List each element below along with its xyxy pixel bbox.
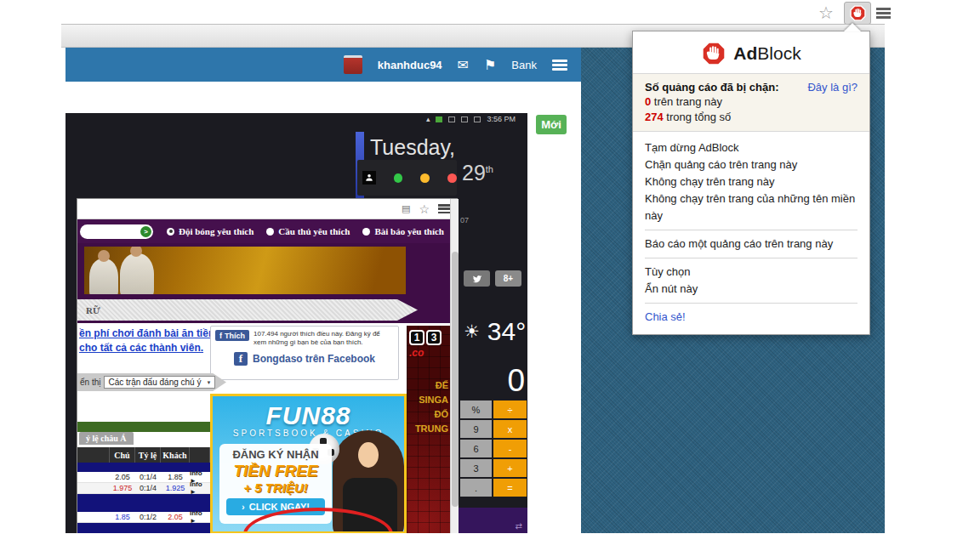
date-weekday: Tuesday, bbox=[370, 135, 455, 160]
green-dot[interactable] bbox=[394, 173, 403, 183]
calc-key-minus[interactable]: - bbox=[493, 440, 527, 457]
scrollbar[interactable] bbox=[450, 199, 459, 533]
gplus-share-button[interactable]: 8+ bbox=[495, 270, 521, 287]
info-link[interactable]: info ► bbox=[190, 483, 210, 493]
nav-bank[interactable]: Bank bbox=[511, 59, 537, 71]
radio-off-icon bbox=[266, 228, 274, 236]
system-tray: ▴ 3:56 PM bbox=[426, 115, 516, 123]
radio-favorite-article[interactable]: Bài báo yêu thích bbox=[362, 226, 444, 236]
calc-key-percent[interactable]: % bbox=[460, 400, 492, 418]
translate-icon[interactable]: ▤ bbox=[402, 203, 410, 214]
stats-total-count: 274 trong tổng số bbox=[645, 111, 858, 124]
radio-off-icon bbox=[362, 228, 370, 236]
calc-key-multiply[interactable]: x bbox=[493, 420, 527, 438]
adblock-stats: Số quảng cáo đã bị chặn: Đây là gì? 0 tr… bbox=[633, 73, 869, 132]
calculator-keypad: %÷ 9x 6- 3+ .= bbox=[460, 400, 527, 498]
calculator-display: 0 bbox=[472, 363, 525, 399]
screen: ☆ khanhduc94 ✉ ⚑ Bank Mới ▴ 3:56 PM bbox=[0, 0, 980, 551]
radio-favorite-team[interactable]: Đội bóng yêu thích bbox=[167, 226, 254, 236]
odds-row: 1.85 0:1/2 2.05 info ► bbox=[77, 512, 210, 523]
search-go-button[interactable]: > bbox=[140, 226, 151, 237]
weather-temp: 34° bbox=[487, 317, 526, 346]
player-silhouette bbox=[89, 258, 118, 294]
facebook-widget: fThích 107.494 người thích điều này. Đăn… bbox=[210, 326, 399, 380]
twitter-share-button[interactable] bbox=[464, 270, 490, 287]
menu-block-ad-on-page[interactable]: Chặn quảng cáo trên trang này bbox=[645, 156, 858, 173]
adblock-toolbar-button[interactable] bbox=[844, 2, 871, 25]
menu-report-ad[interactable]: Báo cáo một quảng cáo trên trang này bbox=[645, 236, 858, 253]
red-dot[interactable] bbox=[447, 173, 457, 183]
odds-table-header: Chủ Tỷ lệ Khách bbox=[77, 447, 210, 463]
stats-page-count: 0 trên trang này bbox=[645, 95, 858, 109]
user-upload-icon[interactable] bbox=[362, 171, 376, 185]
fun88-ad[interactable]: FUN88 SPORTSBOOK & CASINO ĐĂNG KÝ NHẬN T… bbox=[210, 394, 407, 533]
side-ad-domain: .co bbox=[409, 347, 450, 359]
adblock-brand: AdBlock bbox=[733, 43, 801, 64]
site-menu-icon[interactable] bbox=[552, 60, 567, 71]
inner-address-bar[interactable]: ▤ ☆ bbox=[77, 199, 457, 219]
menu-dont-run-on-page[interactable]: Không chạy trên trang này bbox=[645, 173, 858, 190]
flag-icon[interactable]: ⚑ bbox=[484, 57, 496, 73]
ribbon-zone: RỮ bbox=[77, 298, 457, 323]
share-link[interactable]: Chia sẻ! bbox=[645, 309, 858, 326]
adblock-popup: AdBlock Số quảng cáo đã bị chặn: Đây là … bbox=[632, 31, 870, 335]
radio-favorite-player[interactable]: Cầu thủ yêu thích bbox=[266, 226, 350, 236]
match-filter-row: ển thị Các trận đấu đáng chú ý ▼ bbox=[77, 373, 226, 391]
side-ad[interactable]: 1 3 .co ĐẾ SINGA ĐỐ TRUNG bbox=[407, 326, 450, 533]
yellow-dot[interactable] bbox=[420, 173, 430, 183]
green-divider bbox=[77, 422, 210, 432]
twitter-bird-icon bbox=[471, 274, 482, 283]
facebook-like-button[interactable]: fThích bbox=[215, 330, 249, 341]
tab-asian-odds[interactable]: ỷ lệ châu Á bbox=[79, 432, 134, 445]
adblock-popup-header: AdBlock bbox=[633, 31, 869, 73]
calc-key-6[interactable]: 6 bbox=[460, 440, 492, 457]
tray-app-icon bbox=[436, 116, 442, 122]
site-topbar: khanhduc94 ✉ ⚑ Bank bbox=[66, 48, 581, 82]
menu-hide-button[interactable]: Ẩn nút này bbox=[645, 281, 858, 298]
scrollbar-thumb[interactable] bbox=[452, 252, 459, 507]
search-input[interactable]: > bbox=[80, 224, 153, 239]
facebook-logo-icon: f bbox=[234, 352, 248, 366]
calc-key-3[interactable]: 3 bbox=[460, 459, 492, 477]
date-day: 29th bbox=[462, 161, 493, 185]
stadium-banner[interactable] bbox=[84, 247, 406, 294]
username[interactable]: khanhduc94 bbox=[378, 59, 442, 71]
adblock-icon bbox=[850, 5, 866, 21]
calc-key-equals[interactable]: = bbox=[493, 479, 527, 497]
avatar[interactable] bbox=[344, 55, 362, 74]
messages-icon[interactable]: ✉ bbox=[458, 57, 469, 73]
calc-key-9[interactable]: 9 bbox=[460, 420, 492, 438]
calc-key-dot[interactable]: . bbox=[460, 479, 492, 497]
filter-label: ển thị bbox=[80, 378, 100, 387]
calc-key-plus[interactable]: + bbox=[493, 459, 527, 477]
what-is-this-link[interactable]: Đây là gì? bbox=[807, 81, 858, 94]
stats-title: Số quảng cáo đã bị chặn: bbox=[645, 81, 778, 94]
tray-clock: 3:56 PM bbox=[487, 115, 516, 123]
facebook-page-link[interactable]: Bongdaso trên Facebook bbox=[253, 353, 375, 365]
menu-options[interactable]: Tùy chọn bbox=[645, 264, 858, 281]
menu-pause-adblock[interactable]: Tạm dừng AdBlock bbox=[645, 139, 858, 156]
info-link[interactable]: info ► bbox=[190, 512, 210, 522]
popup-arrow bbox=[844, 23, 861, 31]
inner-browser-window: ▤ ☆ > Đội bóng yêu thích Cầu thủ yêu thí… bbox=[77, 198, 458, 533]
promo-link[interactable]: ền phí chơi đánh bài ăn tiền và cho tất … bbox=[79, 327, 229, 355]
match-filter-select[interactable]: Các trận đấu đáng chú ý ▼ bbox=[104, 376, 215, 389]
inner-bookmark-star-icon[interactable]: ☆ bbox=[419, 202, 430, 216]
inner-browser-menu-icon[interactable] bbox=[438, 204, 451, 213]
bookmark-star-icon[interactable]: ☆ bbox=[818, 3, 834, 23]
side-ad-logo: 1 3 bbox=[409, 330, 450, 345]
browser-menu-icon[interactable] bbox=[876, 8, 891, 19]
content-area: ền phí chơi đánh bài ăn tiền và cho tất … bbox=[77, 323, 457, 394]
section-ribbon: RỮ bbox=[77, 299, 418, 321]
weather-widget: ☀ 34° bbox=[464, 317, 526, 346]
menu-dont-run-on-domain[interactable]: Không chạy trên trang của những tên miền… bbox=[645, 190, 858, 224]
clock-fragment: 07 bbox=[460, 216, 469, 224]
menu-divider bbox=[645, 230, 858, 230]
taskbar-strip: ⇄ bbox=[457, 508, 527, 533]
calc-key-divide[interactable]: ÷ bbox=[493, 400, 527, 418]
adblock-menu: Tạm dừng AdBlock Chặn quảng cáo trên tra… bbox=[633, 132, 869, 334]
odds-table: Chủ Tỷ lệ Khách 2.05 0:1/4 1.85 info ► 1… bbox=[77, 447, 210, 533]
shuffle-icon: ⇄ bbox=[516, 521, 522, 531]
banner-zone bbox=[77, 243, 457, 298]
radio-on-icon bbox=[167, 228, 174, 236]
